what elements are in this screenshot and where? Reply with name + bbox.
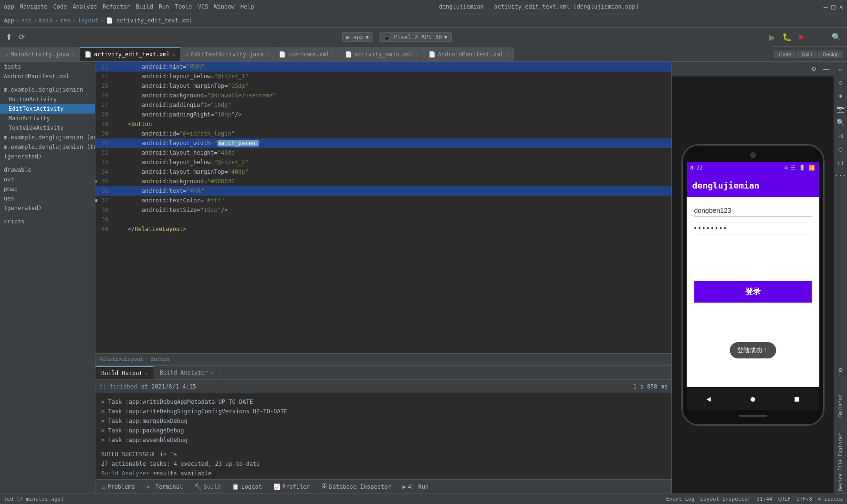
phone-password-input[interactable] [694, 222, 812, 234]
diamond-icon[interactable]: ◇ [838, 78, 842, 86]
menu-app[interactable]: app [4, 3, 14, 10]
phone-username-input[interactable] [694, 205, 812, 217]
tool-run[interactable]: ▶ 4: Run [400, 483, 432, 491]
menu-code[interactable]: Code [53, 3, 67, 10]
build-output-content: > Task :app:writeDebugAppMetadata UP-TO-… [95, 393, 671, 479]
close-tab-activity-edit-text[interactable]: ✕ [172, 52, 175, 57]
menu-build[interactable]: Build [136, 3, 153, 10]
tool-logcat[interactable]: 📋 Logcat [229, 483, 264, 491]
maximize-btn[interactable]: □ [831, 3, 835, 10]
settings-icon[interactable]: ⚙ [838, 366, 842, 374]
tab-mainactivity[interactable]: ☕ MainActivity.java ✕ [0, 47, 80, 61]
app-selector[interactable]: ▶ app ▼ [342, 32, 373, 42]
build-summary-line: 27 actionable tasks: 4 executed, 23 up-t… [101, 459, 666, 469]
close-tab-edittextactivity[interactable]: ✕ [266, 52, 269, 57]
build-analyzer-link[interactable]: Build Analyzer [101, 470, 149, 477]
sidebar-ues[interactable]: ues [0, 194, 95, 203]
menu-navigate[interactable]: Navigate [20, 3, 48, 10]
event-log-btn[interactable]: Event Log [666, 496, 695, 502]
breadcrumb-src[interactable]: src [21, 17, 32, 24]
tab-edittextactivity[interactable]: ☕ EditTextActivity.java ✕ [180, 47, 274, 61]
menu-tools[interactable]: Tools [175, 3, 192, 10]
tool-terminal[interactable]: >_ Terminal [144, 483, 186, 491]
nav-home-btn[interactable]: ● [751, 394, 755, 403]
close-tab-mainactivity[interactable]: ✕ [72, 52, 74, 57]
sidebar-generated2[interactable]: (generated) [0, 203, 95, 213]
menu-window[interactable]: Window [214, 3, 234, 10]
build-success-line: BUILD SUCCESSFUL in 1s [101, 450, 666, 459]
sidebar-cripts[interactable]: cripts [0, 217, 95, 226]
close-tab-activity-main[interactable]: ✕ [416, 52, 418, 57]
tool-build[interactable]: 🔨 Build [191, 483, 223, 491]
close-btn[interactable]: ✕ [839, 3, 843, 10]
close-build-output[interactable]: ✕ [145, 371, 148, 376]
tab-build-output[interactable]: Build Output ✕ [95, 366, 154, 379]
palette-icon[interactable]: ✏ [838, 65, 842, 73]
tab-build-analyzer[interactable]: Build Analyzer ✕ [154, 366, 220, 379]
code-editor[interactable]: 23 android:hint="密码" 24 android:layout_b… [95, 62, 671, 365]
search-btn[interactable]: 🔍 [830, 32, 843, 42]
minimize-btn[interactable]: — [824, 3, 827, 10]
device-selector[interactable]: 📱 Pixel 2 API 30 ▼ [379, 32, 452, 42]
toolbar-refresh-btn[interactable]: ⟳ [17, 32, 27, 42]
breadcrumb-res[interactable]: res [60, 17, 71, 24]
sidebar-edittextactivity[interactable]: EditTextActivity [0, 104, 95, 114]
nav-back-btn[interactable]: ◀ [706, 394, 711, 403]
sidebar-test[interactable]: m.example.denglujiemian (test) [0, 142, 95, 152]
sidebar-out[interactable]: out [0, 175, 95, 184]
split-view-btn[interactable]: Split [797, 51, 816, 58]
menu-help[interactable]: Help [241, 3, 254, 10]
breadcrumb-main[interactable]: main [39, 17, 53, 24]
close-build-analyzer[interactable]: ✕ [210, 370, 213, 376]
design-view-btn[interactable]: Design [818, 51, 843, 58]
menu-analyze[interactable]: Analyze [73, 3, 97, 10]
tab-activity-main[interactable]: 📄 activity_main.xml ✕ [340, 47, 424, 61]
eraser-icon[interactable]: ◈ [838, 92, 842, 99]
debug-btn[interactable]: 🐛 [780, 32, 794, 42]
tab-activity-edit-text[interactable]: 📄 activity_edit_text.xml ✕ [80, 47, 180, 61]
sidebar-tests[interactable]: tests [0, 62, 95, 72]
code-view-btn[interactable]: Code [774, 51, 795, 58]
menu-vcs[interactable]: VCS [198, 3, 209, 10]
collapse-icon[interactable]: — [838, 379, 842, 387]
sidebar-androidmanifest[interactable]: AndroidManifest.xml [0, 72, 95, 81]
more-icon[interactable]: ··· [835, 172, 847, 179]
back-icon[interactable]: ◁ [838, 132, 842, 139]
toolbar-sync-btn[interactable]: ⬆ [4, 32, 14, 42]
sidebar-generated1[interactable]: (generated) [0, 152, 95, 161]
tab-username[interactable]: 📄 username.xml ✕ [274, 47, 340, 61]
device-file-explorer-label[interactable]: Device File Explorer [838, 433, 843, 491]
phone-login-button[interactable]: 登录 [694, 281, 812, 303]
nav-recent-btn[interactable]: ■ [795, 394, 799, 403]
tab-androidmanifest[interactable]: 📄 AndroidManifest.xml ✕ [424, 47, 514, 61]
menu-run[interactable]: Run [159, 3, 169, 10]
layout-inspector-btn[interactable]: Layout Inspector [700, 496, 751, 502]
close-tab-androidmanifest[interactable]: ✕ [506, 52, 509, 57]
sidebar-drawable[interactable]: drawable [0, 165, 95, 175]
run-btn[interactable]: ▶ [767, 31, 777, 43]
breadcrumb-layout[interactable]: layout [78, 17, 98, 24]
menu-refactor[interactable]: Refactor [103, 3, 130, 10]
square-icon[interactable]: □ [838, 158, 842, 166]
code-scroll[interactable]: 23 android:hint="密码" 24 android:layout_b… [95, 62, 671, 353]
sidebar-androidtest[interactable]: m.example.denglujiemian (androidTest) [0, 133, 95, 142]
code-line-38: 38 android:textSize="16sp"/> [95, 205, 671, 215]
camera2-icon[interactable]: 📷 [837, 105, 845, 113]
device-settings-btn[interactable]: ⚙ [809, 65, 818, 74]
tool-problems[interactable]: ⚠ Problems [99, 483, 138, 491]
stop-btn[interactable]: ■ [796, 32, 805, 42]
device-minimize-btn[interactable]: — [821, 65, 831, 74]
sidebar-pmap[interactable]: pmap [0, 184, 95, 194]
zoom-icon[interactable]: 🔍 [837, 118, 845, 126]
sidebar-textviewactivity[interactable]: TextViewActivity [0, 123, 95, 133]
breadcrumb-file[interactable]: 📄 activity_edit_text.xml [106, 17, 192, 24]
close-tab-username[interactable]: ✕ [332, 52, 335, 57]
sidebar-mainactivity[interactable]: MainActivity [0, 114, 95, 123]
tool-db-inspector[interactable]: 🗄 Database Inspector [319, 483, 394, 491]
circle-icon[interactable]: ○ [838, 145, 842, 153]
sidebar-buttonactivity[interactable]: ButtonActivity [0, 94, 95, 104]
emulator-label[interactable]: Emulator [838, 395, 843, 418]
tool-profiler[interactable]: 📈 Profiler [271, 483, 313, 491]
breadcrumb-app[interactable]: app [4, 17, 14, 24]
sidebar-package[interactable]: m.example.denglujiemian [0, 85, 95, 94]
